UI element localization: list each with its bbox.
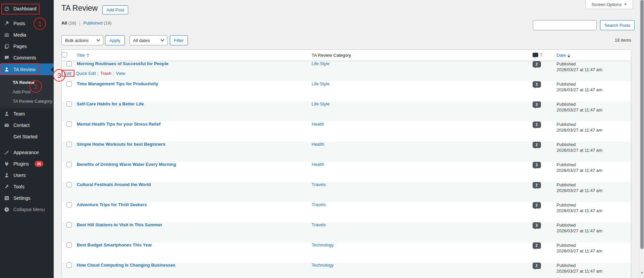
sidebar-item-pages[interactable]: Pages xyxy=(0,41,54,52)
comment-count-bubble[interactable]: 2 xyxy=(533,263,541,269)
search-posts-button[interactable]: Search Posts xyxy=(600,20,635,30)
chevron-down-icon xyxy=(160,38,164,41)
all-link[interactable]: All xyxy=(61,20,67,26)
published-count: (18) xyxy=(104,20,111,26)
table-row: Simple Home Workouts for best Beginners … xyxy=(62,142,631,162)
plugins-count-badge: 35 xyxy=(35,161,43,167)
category-link[interactable]: Travels xyxy=(312,222,326,227)
row-checkbox[interactable] xyxy=(66,202,72,207)
sidebar-item-users[interactable]: Users xyxy=(0,170,54,181)
sidebar-item-team[interactable]: Team xyxy=(0,108,54,120)
comment-count-bubble[interactable]: 2 xyxy=(533,242,541,249)
category-link[interactable]: Life Style xyxy=(312,101,330,106)
scrollbar-down-arrow-icon[interactable] xyxy=(641,272,643,274)
post-title-link[interactable]: Adventure Trips for Thrill Seekers xyxy=(77,202,147,207)
category-link[interactable]: Travels xyxy=(312,182,326,187)
row-checkbox[interactable] xyxy=(66,142,72,147)
submenu-item-add-post[interactable]: Add Post xyxy=(0,87,54,97)
comment-count-bubble[interactable]: 3 xyxy=(533,222,541,229)
post-title-link[interactable]: Simple Home Workouts for best Beginners xyxy=(77,142,165,147)
post-title-link[interactable]: Best Budget Smartphones This Year xyxy=(77,242,152,247)
category-link[interactable]: Travels xyxy=(312,202,326,207)
sidebar-item-contact[interactable]: Contact xyxy=(0,120,54,131)
category-link[interactable]: Life Style xyxy=(312,61,330,66)
sidebar-item-dashboard[interactable]: Dashboard xyxy=(0,3,54,14)
sidebar-item-plugins[interactable]: Plugins 35 xyxy=(0,158,54,170)
sidebar-item-media[interactable]: Media xyxy=(0,29,54,41)
category-link[interactable]: Technology xyxy=(312,263,334,268)
post-status: Published xyxy=(557,122,631,127)
post-title-link[interactable]: Mental Health Tips for your Stress Relie… xyxy=(77,122,161,127)
bulk-actions-select[interactable]: Bulk actions xyxy=(61,35,103,45)
row-checkbox[interactable] xyxy=(66,222,72,228)
row-checkbox[interactable] xyxy=(66,242,72,248)
row-checkbox[interactable] xyxy=(66,162,72,167)
category-link[interactable]: Technology xyxy=(312,242,334,247)
table-row: Time Management Tips for Productivity Li… xyxy=(62,81,631,101)
submenu-item-ta-review[interactable]: TA Review xyxy=(0,78,54,87)
sidebar-item-appearance[interactable]: Appearance xyxy=(0,147,54,158)
comment-count-bubble[interactable]: 2 xyxy=(533,182,541,188)
sidebar-item-get-started[interactable]: Get Started xyxy=(0,131,54,142)
sidebar-item-settings[interactable]: Settings xyxy=(0,192,54,204)
category-link[interactable]: Health xyxy=(312,162,325,167)
row-checkbox[interactable] xyxy=(66,61,72,66)
view-link[interactable]: View xyxy=(111,71,125,76)
select-all-checkbox[interactable] xyxy=(62,52,67,57)
main-content: Screen Options TA Review Add Post All(18… xyxy=(54,0,639,278)
trash-link[interactable]: Trash xyxy=(96,71,111,76)
edit-link[interactable]: Edit xyxy=(64,71,71,76)
comment-count-bubble[interactable]: 2 xyxy=(533,122,541,128)
comment-count-bubble[interactable]: 2 xyxy=(533,61,541,67)
quick-edit-link[interactable]: Quick Edit xyxy=(71,71,96,76)
search-input[interactable] xyxy=(533,20,597,30)
post-status: Published xyxy=(557,222,631,228)
add-post-button[interactable]: Add Post xyxy=(102,5,128,14)
post-title-link[interactable]: Time Management Tips for Productivity xyxy=(77,81,158,86)
view-filter-links: All(18)Published(18) xyxy=(61,20,111,26)
post-title-link[interactable]: Best Hill Stations to Visit in This Summ… xyxy=(77,222,162,227)
dates-filter-select[interactable]: All dates xyxy=(130,35,167,45)
post-title-link[interactable]: How Cloud Computing Is Changing Business… xyxy=(77,263,176,268)
sidebar-item-tools[interactable]: Tools xyxy=(0,181,54,192)
vertical-scrollbar xyxy=(639,0,644,278)
scrollbar-thumb[interactable] xyxy=(640,0,644,249)
sidebar-item-label: Users xyxy=(13,173,26,178)
post-title-link[interactable]: Morning Routinaes of Successful for Peop… xyxy=(77,61,168,66)
screen-options-button[interactable]: Screen Options xyxy=(586,0,633,9)
comment-count-bubble[interactable]: 3 xyxy=(533,101,541,108)
comment-count-bubble[interactable]: 2 xyxy=(533,142,541,148)
sidebar-item-collapse-menu[interactable]: Collapse Menu xyxy=(0,204,54,215)
sort-by-title[interactable]: Title xyxy=(77,53,89,58)
category-link[interactable]: Health xyxy=(312,122,325,127)
sort-by-date[interactable]: Date xyxy=(557,53,570,58)
apply-button[interactable]: Apply xyxy=(105,35,125,45)
pages-icon xyxy=(3,43,10,50)
filter-button[interactable]: Filter xyxy=(170,35,188,45)
comment-count-bubble[interactable]: 3 xyxy=(533,162,541,168)
sort-by-comments[interactable] xyxy=(533,53,543,57)
post-status: Published xyxy=(557,81,631,87)
submenu-item-ta-review-category[interactable]: TA Review Category xyxy=(0,97,54,106)
post-title-link[interactable]: Benefits of Drinking Warm Water Every Mo… xyxy=(77,162,176,167)
category-link[interactable]: Life Style xyxy=(312,81,330,86)
sort-arrows-icon xyxy=(87,53,89,57)
view-all: All(18) xyxy=(61,20,76,26)
comment-count-bubble[interactable]: 2 xyxy=(533,202,541,208)
post-title-link[interactable]: Self-Care Habits for a Better Life xyxy=(77,101,144,106)
category-link[interactable]: Health xyxy=(312,142,325,147)
post-status: Published xyxy=(557,242,631,248)
row-checkbox[interactable] xyxy=(66,263,72,268)
sidebar-item-posts[interactable]: Posts xyxy=(0,18,54,29)
sidebar-item-comments[interactable]: Comments xyxy=(0,52,54,63)
row-checkbox[interactable] xyxy=(66,122,72,127)
table-row: Mental Health Tips for your Stress Relie… xyxy=(62,122,631,142)
published-link[interactable]: Published xyxy=(83,20,102,26)
sidebar-item-ta-review[interactable]: TA Review xyxy=(0,63,54,75)
row-checkbox[interactable] xyxy=(66,81,72,87)
row-checkbox[interactable] xyxy=(66,182,72,187)
wp-admin-page: { "sidebar": { "items": [ {"label": "Das… xyxy=(0,0,644,278)
row-checkbox[interactable] xyxy=(66,101,72,107)
comment-count-bubble[interactable]: 3 xyxy=(533,81,541,88)
post-title-link[interactable]: Cultural Festivals Around the World xyxy=(77,182,151,187)
